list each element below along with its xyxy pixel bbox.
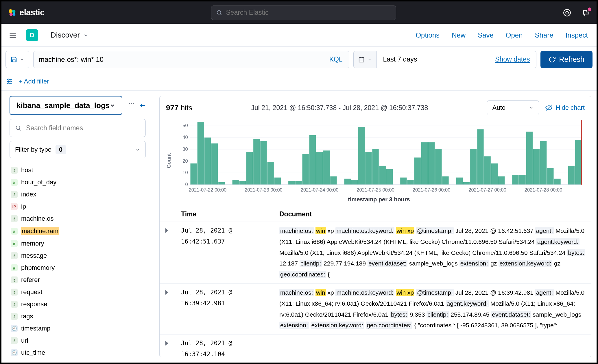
field-name: utc_time: [21, 349, 45, 356]
svg-rect-60: [351, 180, 358, 185]
appbar-link-open[interactable]: Open: [506, 31, 523, 39]
query-input[interactable]: [39, 55, 326, 64]
column-header-time[interactable]: Time: [181, 210, 274, 218]
time-picker-quick[interactable]: [354, 51, 377, 68]
svg-rect-46: [239, 181, 246, 185]
field-item[interactable]: 🕘utc_time: [10, 347, 146, 357]
appbar-link-new[interactable]: New: [452, 31, 466, 39]
svg-rect-71: [435, 149, 442, 185]
svg-rect-78: [491, 164, 498, 185]
field-item[interactable]: IPip: [10, 200, 146, 213]
table-row[interactable]: Jul 28, 2021 @ 16:39:42.981machine.os: w…: [160, 284, 591, 335]
svg-rect-64: [379, 166, 386, 185]
saved-query-button[interactable]: [5, 51, 29, 68]
svg-text:2021-07-28 00:00: 2021-07-28 00:00: [525, 187, 562, 193]
filter-options-icon[interactable]: [5, 78, 13, 85]
field-item[interactable]: #machine.ram: [10, 225, 146, 237]
hide-chart-button[interactable]: Hide chart: [545, 104, 585, 112]
breadcrumb-label: Discover: [51, 31, 80, 40]
field-item[interactable]: tindex: [10, 188, 146, 200]
breadcrumb[interactable]: Discover: [51, 31, 88, 40]
field-type-icon: 🕘: [11, 325, 18, 332]
index-pattern-label: kibana_sample_data_logs: [16, 101, 110, 110]
global-search[interactable]: [211, 5, 396, 20]
field-type-icon: #: [11, 228, 18, 235]
svg-rect-82: [526, 132, 533, 185]
field-name: timestamp: [21, 325, 50, 332]
results-area: 977 hits Jul 21, 2021 @ 16:50:37.738 - J…: [154, 91, 597, 363]
field-item[interactable]: tmachine.os: [10, 213, 146, 225]
field-name: hour_of_day: [21, 179, 56, 186]
show-dates-link[interactable]: Show dates: [495, 55, 530, 63]
histogram-chart[interactable]: Count 010203040502021-07-22 00:002021-07…: [160, 115, 591, 207]
refresh-label: Refresh: [559, 55, 584, 64]
appbar-link-save[interactable]: Save: [478, 31, 494, 39]
field-type-icon: t: [11, 167, 18, 174]
chart-x-label: timestamp per 3 hours: [173, 196, 585, 203]
expand-icon[interactable]: [165, 341, 168, 346]
row-document: machine.os: win xp machine.os.keyword: w…: [279, 287, 585, 331]
appbar-link-options[interactable]: Options: [416, 31, 440, 39]
column-header-document[interactable]: Document: [279, 210, 585, 218]
table-row[interactable]: Jul 28, 2021 @ 16:42:51.637machine.os: w…: [160, 222, 591, 284]
appbar-link-share[interactable]: Share: [535, 31, 553, 39]
svg-text:2021-07-23 00:00: 2021-07-23 00:00: [245, 187, 283, 193]
global-search-input[interactable]: [226, 9, 391, 16]
nav-toggle[interactable]: [5, 28, 20, 42]
field-type-icon: #: [11, 240, 18, 247]
field-item[interactable]: 🕘timestamp: [10, 322, 146, 335]
svg-rect-11: [359, 57, 364, 62]
space-badge[interactable]: D: [26, 29, 38, 41]
global-header: elastic: [1, 1, 597, 24]
expand-icon[interactable]: [165, 228, 168, 233]
expand-icon[interactable]: [165, 290, 168, 295]
query-input-wrapper[interactable]: KQL: [33, 51, 349, 68]
document-table[interactable]: Time Document Jul 28, 2021 @ 16:42:51.63…: [160, 207, 591, 357]
sidebar-options-icon[interactable]: [128, 102, 135, 109]
svg-rect-85: [547, 168, 553, 185]
field-name: request: [21, 288, 42, 296]
field-type-icon: #: [11, 179, 18, 186]
svg-text:2021-07-24 00:00: 2021-07-24 00:00: [301, 187, 339, 193]
field-type-icon: #: [11, 264, 18, 271]
svg-rect-48: [253, 139, 260, 185]
svg-rect-84: [540, 141, 547, 185]
field-item[interactable]: #memory: [10, 237, 146, 250]
svg-rect-21: [129, 103, 130, 104]
type-filter[interactable]: Filter by type 0: [10, 141, 146, 158]
svg-rect-79: [498, 176, 505, 185]
index-pattern-select[interactable]: kibana_sample_data_logs: [10, 96, 122, 115]
field-item[interactable]: #phpmemory: [10, 262, 146, 274]
elastic-logo[interactable]: elastic: [8, 8, 45, 17]
field-name: message: [21, 252, 47, 259]
row-document: machine.os: win xp machine.os.keyword: w…: [279, 225, 585, 280]
query-language[interactable]: KQL: [329, 55, 344, 63]
appbar-link-inspect[interactable]: Inspect: [566, 31, 588, 39]
svg-rect-72: [442, 176, 448, 185]
interval-select[interactable]: Auto: [487, 100, 539, 115]
field-item[interactable]: tresponse: [10, 298, 146, 310]
add-filter-button[interactable]: + Add filter: [19, 78, 49, 85]
field-item[interactable]: #hour_of_day: [10, 176, 146, 188]
field-item[interactable]: thost: [10, 164, 146, 176]
svg-rect-76: [477, 129, 483, 185]
svg-text:30: 30: [182, 146, 188, 152]
help-icon[interactable]: [563, 9, 571, 17]
field-name: memory: [21, 240, 44, 247]
table-row[interactable]: Jul 28, 2021 @ 16:37:42.104: [160, 335, 591, 357]
field-item[interactable]: tmessage: [10, 250, 146, 262]
refresh-button[interactable]: Refresh: [540, 51, 593, 68]
time-picker[interactable]: Last 7 days Show dates: [353, 51, 537, 68]
field-item[interactable]: ttags: [10, 310, 146, 322]
collapse-sidebar-icon[interactable]: [139, 102, 146, 109]
svg-point-16: [8, 79, 9, 80]
field-search[interactable]: [10, 119, 146, 137]
search-icon: [216, 10, 222, 16]
field-search-input[interactable]: [26, 124, 140, 132]
field-item[interactable]: treferer: [10, 274, 146, 286]
field-item[interactable]: trequest: [10, 286, 146, 298]
field-list[interactable]: thost#hour_of_daytindexIPiptmachine.os#m…: [10, 162, 146, 357]
field-name: url: [21, 337, 28, 344]
newsfeed-icon[interactable]: [582, 9, 590, 17]
field-item[interactable]: turl: [10, 335, 146, 347]
